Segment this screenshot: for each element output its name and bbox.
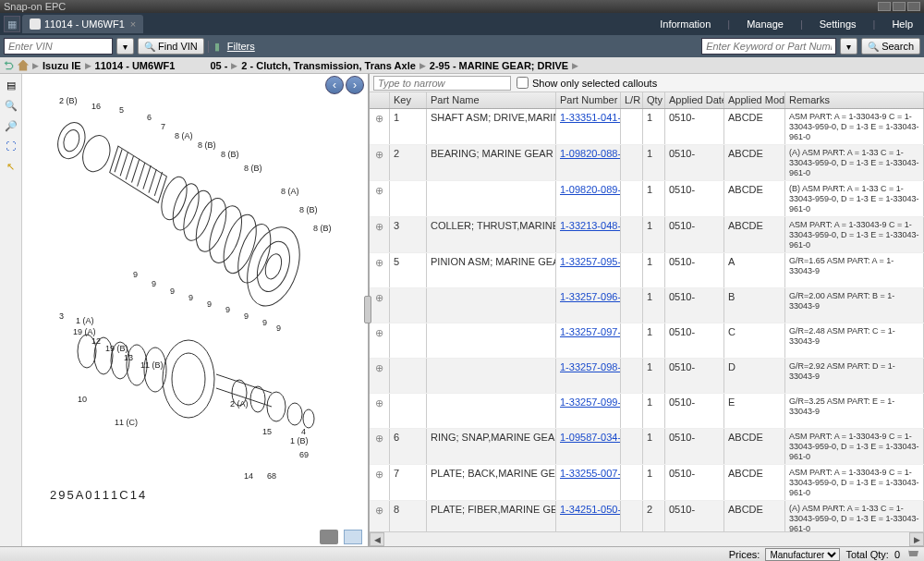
filters-link[interactable]: Filters — [227, 41, 255, 52]
horizontal-scrollbar[interactable]: ◀ ▶ — [370, 531, 924, 546]
keyword-dropdown-button[interactable]: ▾ — [840, 38, 857, 55]
zoom-in-icon[interactable]: 🔍 — [4, 98, 18, 113]
table-row[interactable]: ⊕1-33257-099-010510-EG/R=3.25 ASM PART: … — [370, 394, 924, 429]
expand-icon[interactable]: ⊕ — [370, 109, 390, 144]
expand-icon[interactable]: ⊕ — [370, 145, 390, 180]
home-icon[interactable] — [18, 60, 29, 71]
svg-text:8 (B): 8 (B) — [313, 224, 332, 233]
parts-diagram[interactable]: 2 (B)1656 78 (A)8 (B) 8 (B)8 (B) 8 (A)8 … — [31, 92, 355, 499]
prev-diagram-button[interactable]: ‹ — [325, 76, 344, 94]
cart-icon[interactable] — [906, 549, 918, 560]
link-help[interactable]: Help — [884, 18, 920, 30]
expand-icon[interactable]: ⊕ — [370, 465, 390, 500]
prices-select[interactable]: Manufacturer — [765, 548, 840, 561]
expand-icon[interactable]: ⊕ — [370, 253, 390, 287]
cell-key — [390, 181, 427, 216]
col-applied-model[interactable]: Applied Model — [724, 92, 785, 108]
table-row[interactable]: ⊕1-09820-089-010510-ABCDE(B) ASM PART: A… — [370, 181, 924, 217]
print-icon[interactable] — [320, 530, 338, 544]
expand-icon[interactable]: ⊕ — [370, 217, 390, 252]
minimize-button[interactable] — [878, 2, 891, 11]
cell-part-number[interactable]: 1-33257-097-0 — [556, 323, 621, 358]
cell-part-number[interactable]: 1-09820-088-0 — [556, 145, 621, 180]
email-icon[interactable] — [344, 530, 362, 544]
next-diagram-button[interactable]: › — [346, 76, 364, 94]
link-information[interactable]: Information — [652, 18, 718, 30]
show-selected-input[interactable] — [517, 77, 529, 89]
narrow-input[interactable] — [373, 76, 511, 91]
expand-icon[interactable]: ⊕ — [370, 394, 390, 428]
pointer-icon[interactable]: ↖ — [4, 159, 18, 174]
col-applied-date[interactable]: Applied Date — [665, 92, 724, 108]
window-titlebar: Snap-on EPC — [0, 0, 924, 13]
maximize-button[interactable] — [893, 2, 906, 11]
cell-part-name: PLATE; FIBER,MARINE GEAR — [427, 501, 556, 531]
table-row[interactable]: ⊕1-33257-098-010510-DG/R=2.92 ASM PART: … — [370, 359, 924, 394]
grid-body[interactable]: ⊕1SHAFT ASM; DRIVE,MARINE GEAR1-33351-04… — [370, 109, 924, 531]
col-part-number[interactable]: Part Number — [556, 92, 621, 108]
close-tab-icon[interactable]: × — [130, 18, 136, 30]
svg-text:4: 4 — [301, 427, 306, 436]
vin-dropdown-button[interactable]: ▾ — [116, 38, 134, 55]
svg-text:8 (A): 8 (A) — [281, 187, 299, 196]
close-window-button[interactable] — [907, 2, 920, 11]
table-row[interactable]: ⊕5PINION ASM; MARINE GEAR1-33257-095-010… — [370, 253, 924, 288]
cell-qty: 1 — [643, 465, 665, 500]
col-lr[interactable]: L/R — [621, 92, 643, 108]
table-row[interactable]: ⊕2BEARING; MARINE GEAR1-09820-088-010510… — [370, 145, 924, 181]
expand-icon[interactable]: ⊕ — [370, 181, 390, 216]
link-settings[interactable]: Settings — [812, 18, 864, 30]
fit-icon[interactable]: ⛶ — [4, 139, 18, 153]
cell-part-number[interactable]: 1-33351-041-0 — [556, 109, 621, 144]
crumb-assembly[interactable]: 2-95 - MARINE GEAR; DRIVE — [430, 60, 568, 71]
back-icon[interactable]: ⮌ — [4, 60, 14, 71]
crumb-group[interactable]: 2 - Clutch, Transmission, Trans Axle — [241, 60, 415, 71]
cell-part-number[interactable]: 1-09820-089-0 — [556, 181, 621, 216]
table-row[interactable]: ⊕1SHAFT ASM; DRIVE,MARINE GEAR1-33351-04… — [370, 109, 924, 145]
cell-part-number[interactable]: 1-33255-007-0 — [556, 465, 621, 500]
cell-part-number[interactable]: 1-33257-095-0 — [556, 253, 621, 287]
table-row[interactable]: ⊕6RING; SNAP,MARINE GEAR1-09587-034-0105… — [370, 429, 924, 465]
cell-part-number[interactable]: 1-34251-050-0 — [556, 501, 621, 531]
layout-icon[interactable]: ▤ — [4, 78, 18, 92]
link-manage[interactable]: Manage — [739, 18, 791, 30]
expand-icon[interactable]: ⊕ — [370, 359, 390, 393]
cell-key: 7 — [390, 465, 427, 500]
expand-icon[interactable]: ⊕ — [370, 323, 390, 358]
expand-icon[interactable]: ⊕ — [370, 501, 390, 531]
show-selected-checkbox[interactable]: Show only selected callouts — [517, 77, 657, 89]
search-button[interactable]: 🔍 Search — [861, 38, 920, 55]
cell-remarks: ASM PART: A = 1-33043-9 C = 1-33043-959-… — [785, 429, 924, 464]
col-key[interactable]: Key — [390, 92, 427, 108]
cell-part-number[interactable]: 1-33257-099-0 — [556, 394, 621, 428]
table-row[interactable]: ⊕7PLATE; BACK,MARINE GEAR1-33255-007-010… — [370, 465, 924, 501]
cell-part-number[interactable]: 1-33257-098-0 — [556, 359, 621, 393]
crumb-vehicle[interactable]: 11014 - UM6WF1 — [95, 60, 176, 71]
scroll-right-icon[interactable]: ▶ — [909, 532, 924, 546]
table-row[interactable]: ⊕1-33257-097-010510-CG/R=2.48 ASM PART: … — [370, 323, 924, 359]
col-remarks[interactable]: Remarks — [785, 92, 924, 108]
zoom-out-icon[interactable]: 🔎 — [4, 118, 18, 133]
cell-part-number[interactable]: 1-09587-034-0 — [556, 429, 621, 464]
cell-part-number[interactable]: 1-33257-096-0 — [556, 288, 621, 323]
cell-part-number[interactable]: 1-33213-048-0 — [556, 217, 621, 252]
crumb-catalog[interactable]: Isuzu IE — [43, 60, 81, 71]
col-qty[interactable]: Qty — [643, 92, 665, 108]
cell-applied-model: C — [724, 323, 785, 358]
table-row[interactable]: ⊕3COLLER; THRUST,MARINE GEAR1-33213-048-… — [370, 217, 924, 253]
vin-input[interactable] — [4, 38, 113, 55]
status-bar: Prices: Manufacturer Total Qty: 0 — [0, 546, 924, 561]
table-row[interactable]: ⊕1-33257-096-010510-BG/R=2.00 ASM PART: … — [370, 288, 924, 323]
find-vin-button[interactable]: 🔍 Find VIN — [138, 38, 204, 55]
expand-icon[interactable]: ⊕ — [370, 429, 390, 464]
col-part-name[interactable]: Part Name — [427, 92, 556, 108]
app-menu-button[interactable]: ▦ — [4, 16, 20, 32]
scroll-left-icon[interactable]: ◀ — [370, 532, 384, 546]
diagram-toolbar: ▤ 🔍 🔎 ⛶ ↖ — [0, 74, 22, 546]
expand-icon[interactable]: ⊕ — [370, 288, 390, 323]
keyword-input[interactable] — [701, 38, 836, 55]
document-tab[interactable]: 11014 - UM6WF1 × — [22, 15, 143, 33]
splitter-handle[interactable] — [364, 296, 371, 323]
table-row[interactable]: ⊕8PLATE; FIBER,MARINE GEAR1-34251-050-02… — [370, 501, 924, 531]
crumb-section[interactable]: 05 - — [210, 60, 227, 71]
